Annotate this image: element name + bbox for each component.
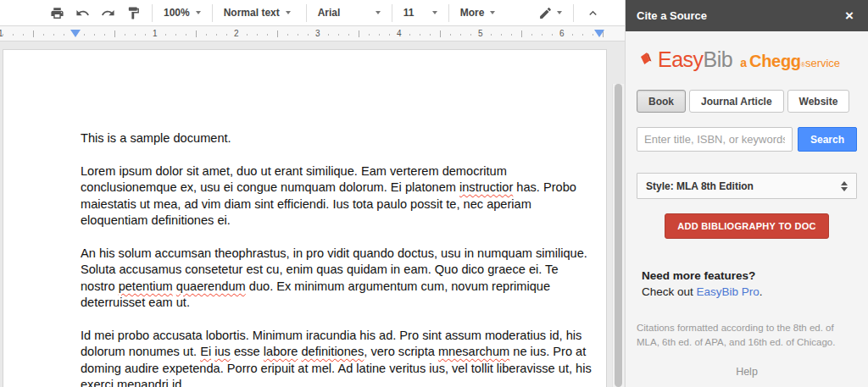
sidebar-body: EasyBibaChegg®service BookJournal Articl… [626, 31, 868, 387]
toolbar-separator [152, 4, 153, 22]
easybib-pro-link[interactable]: EasyBib Pro [697, 285, 760, 298]
citation-style-select[interactable]: Style: MLA 8th Edition [637, 173, 857, 199]
features-line: Check out EasyBib Pro. [642, 285, 857, 298]
app-window: 100% Normal text Arial 11 More [0, 0, 868, 387]
features-block: Need more features? Check out EasyBib Pr… [642, 269, 857, 298]
editing-mode-button[interactable] [536, 3, 565, 23]
undo-button[interactable] [72, 3, 92, 23]
print-button[interactable] [47, 3, 67, 23]
close-icon: × [845, 8, 854, 24]
help-link[interactable]: Help [736, 366, 758, 378]
logo-bib: Bib [704, 47, 733, 72]
search-row: Search [637, 127, 857, 152]
chevron-down-icon [376, 11, 381, 14]
misspelled-word: menandri [117, 378, 169, 387]
source-type-tabs: BookJournal ArticleWebsite [637, 90, 857, 113]
logo-easy: Easy [658, 47, 704, 72]
close-sidebar-button[interactable]: × [842, 7, 857, 25]
search-input[interactable] [637, 127, 793, 152]
citation-style-value: Style: MLA 8th Edition [646, 180, 841, 192]
more-button[interactable]: More [455, 3, 501, 23]
chevron-up-icon [586, 6, 600, 20]
paragraph: This is a sample document. [81, 130, 593, 147]
toolbar-separator [448, 4, 449, 22]
paragraph: Id mei probo accusata lobortis. Minimum … [81, 328, 593, 387]
tab-journal-article[interactable]: Journal Article [689, 90, 784, 113]
font-value: Arial [318, 7, 341, 19]
misspelled-word: instructior [459, 180, 513, 194]
toolbar-separator [212, 4, 213, 22]
sidebar-header: Cite a Source × [626, 0, 868, 31]
chevron-down-icon [490, 11, 495, 14]
toolbar-separator [392, 4, 392, 22]
misspelled-word: quaerendum [176, 279, 246, 293]
scrollbar-thumb[interactable] [615, 84, 622, 387]
citation-formats-note: Citations formatted according to the 8th… [637, 321, 857, 350]
font-select[interactable]: Arial [313, 3, 386, 23]
paragraph: An his solum accumsan theophrastus, in p… [81, 246, 593, 312]
easybib-chegg-logo: EasyBibaChegg®service [638, 47, 857, 72]
tab-book[interactable]: Book [637, 90, 686, 113]
font-size-value: 11 [403, 7, 415, 19]
logo-service: service [805, 57, 840, 69]
easybib-book-icon [638, 52, 656, 68]
vertical-scrollbar[interactable] [612, 84, 624, 387]
ruler[interactable]: 1123456 [0, 26, 625, 41]
features-suffix: . [760, 285, 763, 298]
misspelled-word: labore [264, 345, 298, 358]
logo-a: a [740, 56, 747, 69]
more-label: More [460, 7, 485, 19]
document-text: This is a sample document.Lorem ipsum do… [81, 130, 593, 387]
chevron-down-icon [286, 11, 291, 14]
right-indent-marker[interactable] [594, 30, 604, 37]
misspelled-word: Ei [200, 345, 211, 358]
paint-format-button[interactable] [123, 3, 143, 23]
misspelled-word: ius [214, 345, 231, 358]
misspelled-word: mnesarchum [438, 345, 509, 358]
tab-website[interactable]: Website [787, 90, 850, 113]
features-prefix: Check out [642, 285, 697, 298]
editor-pane: 100% Normal text Arial 11 More [0, 0, 625, 387]
print-icon [50, 6, 64, 20]
left-indent-marker[interactable] [70, 30, 81, 37]
add-bibliography-button[interactable]: ADD BIBLIOGRAPHY TO DOC [665, 213, 829, 239]
font-size-select[interactable]: 11 [398, 3, 442, 23]
logo-chegg: Chegg [749, 52, 801, 71]
chevron-down-icon [432, 11, 437, 14]
chevron-down-icon [196, 11, 201, 14]
pencil-icon [538, 6, 553, 20]
paint-format-icon [126, 6, 141, 20]
zoom-select[interactable]: 100% [159, 3, 206, 23]
toolbar-separator [573, 4, 574, 22]
zoom-value: 100% [164, 7, 190, 19]
search-button[interactable]: Search [798, 127, 857, 152]
paragraph-style-select[interactable]: Normal text [219, 3, 300, 23]
features-heading: Need more features? [642, 269, 857, 282]
document-page[interactable]: This is a sample document.Lorem ipsum do… [3, 49, 607, 387]
paragraph: Lorem ipsum dolor sit amet, duo ut erant… [81, 163, 593, 229]
document-canvas: This is a sample document.Lorem ipsum do… [0, 41, 625, 387]
misspelled-word: petentium [119, 279, 173, 293]
sidebar-title: Cite a Source [637, 9, 842, 22]
select-arrows-icon [841, 181, 848, 191]
undo-icon [75, 6, 90, 20]
toolbar-separator [306, 4, 307, 22]
redo-icon [101, 6, 115, 20]
cite-a-source-sidebar: Cite a Source × EasyBibaChegg®service Bo… [625, 0, 868, 387]
paragraph-style-value: Normal text [224, 7, 280, 19]
chevron-down-icon [557, 11, 562, 14]
collapse-toolbar-button[interactable] [582, 3, 603, 23]
misspelled-word: definitiones [301, 345, 364, 358]
docs-toolbar: 100% Normal text Arial 11 More [0, 0, 625, 26]
redo-button[interactable] [97, 3, 118, 23]
